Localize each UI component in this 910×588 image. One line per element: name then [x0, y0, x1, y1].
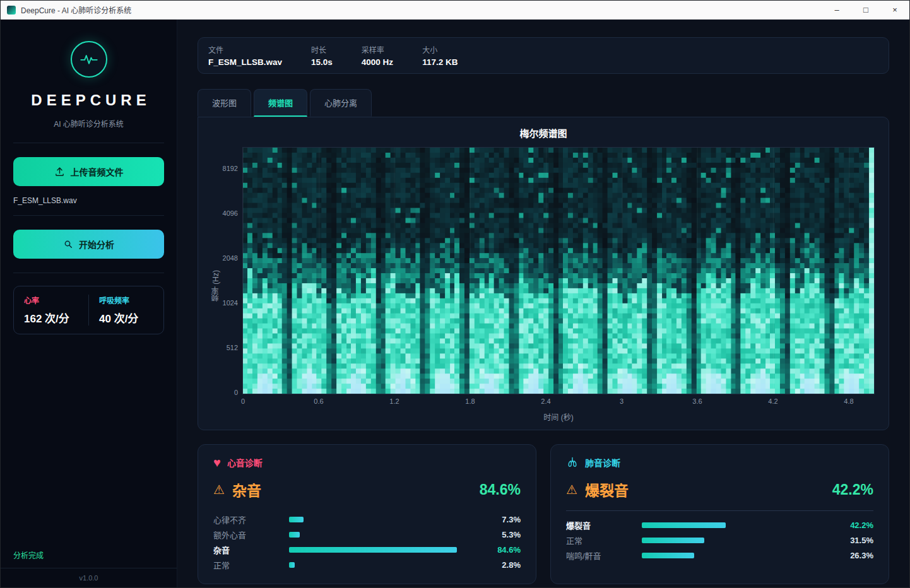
heart-diagnosis-rows: 心律不齐7.3%额外心音5.3%杂音84.6%正常2.8%	[213, 512, 521, 572]
diagnosis-row-label: 爆裂音	[566, 519, 642, 531]
diagnosis-bar	[642, 553, 694, 558]
lungs-icon	[566, 456, 579, 469]
lung-card-header: 肺音诊断	[566, 456, 873, 469]
file-info-label: 时长	[311, 44, 333, 55]
breath-rate-stat: 呼吸频率 40 次/分	[88, 295, 163, 326]
main-content: 文件F_ESM_LLSB.wav时长15.0s采样率4000 Hz大小117.2…	[177, 20, 909, 587]
diagnosis-row-label: 杂音	[213, 544, 289, 556]
diagnosis-row: 喘鸣/鼾音26.3%	[566, 548, 873, 563]
file-info-field: 时长15.0s	[311, 44, 333, 67]
lung-diagnosis-rows: 爆裂音42.2%正常31.5%喘鸣/鼾音26.3%	[566, 517, 873, 563]
diagnosis-row-value: 84.6%	[491, 545, 521, 555]
heart-card-header: ♥ 心音诊断	[213, 456, 521, 469]
file-info-value: 4000 Hz	[362, 57, 393, 67]
diagnosis-row: 爆裂音42.2%	[566, 517, 873, 532]
sidebar-spacer	[1, 334, 177, 550]
diagnosis-bar	[289, 547, 457, 553]
spectrogram-panel: 梅尔频谱图 频率 (Hz) 81924096204810245120 00.61…	[198, 117, 889, 430]
chart-title: 梅尔频谱图	[210, 126, 877, 139]
file-info-label: 大小	[422, 44, 458, 55]
diagnosis-row: 心律不齐7.3%	[213, 512, 521, 527]
x-axis-tick: 1.2	[389, 397, 399, 405]
sidebar: DEEPCURE AI 心肺听诊分析系统 上传音频文件 F_ESM_LLSB.w…	[1, 20, 177, 587]
breath-rate-label: 呼吸频率	[99, 295, 153, 305]
diagnosis-row-label: 正常	[566, 534, 642, 546]
uploaded-file-name: F_ESM_LLSB.wav	[13, 196, 164, 205]
diagnosis-row-value: 2.8%	[491, 560, 521, 570]
file-info-label: 文件	[208, 44, 282, 55]
x-axis-tick: 3	[620, 397, 623, 405]
diagnosis-row-label: 心律不齐	[213, 514, 289, 526]
warning-icon: ⚠	[213, 483, 225, 496]
y-axis-title: 频率 (Hz)	[210, 270, 221, 302]
window-controls: – □ ×	[822, 1, 909, 19]
lung-result-row: ⚠ 爆裂音 42.2%	[566, 479, 873, 500]
sidebar-divider	[13, 273, 164, 273]
x-axis-tick: 2.4	[541, 397, 550, 405]
file-info-label: 采样率	[362, 44, 393, 55]
diagnosis-row: 额外心音5.3%	[213, 527, 521, 542]
y-axis-tick: 4096	[223, 209, 238, 217]
diagnosis-bar-track	[289, 532, 491, 538]
heart-rate-label: 心率	[24, 295, 78, 305]
diagnosis-row-value: 5.3%	[491, 530, 521, 539]
lung-result-confidence: 42.2%	[832, 481, 873, 498]
diagnosis-row-label: 喘鸣/鼾音	[566, 550, 642, 562]
diagnosis-row: 正常2.8%	[213, 557, 521, 572]
x-axis-tick: 4.8	[844, 397, 853, 405]
analyze-button-label: 开始分析	[79, 238, 114, 250]
app-body: DEEPCURE AI 心肺听诊分析系统 上传音频文件 F_ESM_LLSB.w…	[1, 20, 909, 587]
app-version: v1.0.0	[1, 568, 177, 587]
diagnosis-bar	[642, 538, 704, 543]
sidebar-divider	[13, 215, 164, 216]
diagnosis-row-value: 42.2%	[844, 520, 873, 530]
heart-result-row: ⚠ 杂音 84.6%	[213, 479, 521, 500]
app-logo	[71, 41, 107, 78]
minimize-button[interactable]: –	[822, 1, 851, 19]
file-info-field: 文件F_ESM_LLSB.wav	[208, 44, 282, 67]
tab-heart-lung-separation[interactable]: 心肺分离	[310, 89, 372, 117]
diagnosis-bar	[289, 532, 300, 538]
diagnosis-bar	[289, 562, 295, 568]
start-analysis-button[interactable]: 开始分析	[13, 230, 164, 259]
diagnosis-row: 正常31.5%	[566, 532, 873, 548]
close-button[interactable]: ×	[880, 1, 909, 19]
y-axis-tick: 512	[227, 344, 238, 351]
lung-result-label: 爆裂音	[585, 479, 629, 500]
tab-spectrogram[interactable]: 频谱图	[254, 89, 307, 117]
vitals-card: 心率 162 次/分 呼吸频率 40 次/分	[13, 286, 164, 334]
diagnosis-bar-track	[289, 517, 491, 522]
diagnosis-row-value: 26.3%	[844, 551, 873, 560]
file-info-value: 15.0s	[311, 57, 333, 67]
tab-bar: 波形图频谱图心肺分离	[198, 89, 889, 117]
app-window: DeepCure - AI 心肺听诊分析系统 – □ × DEEPCURE AI…	[0, 0, 910, 588]
x-axis-tick: 0.6	[314, 397, 323, 405]
sidebar-divider	[13, 143, 164, 143]
diagnosis-bar	[642, 522, 726, 528]
tab-waveform[interactable]: 波形图	[198, 89, 251, 117]
diagnosis-row-label: 额外心音	[213, 529, 289, 541]
app-subtitle: AI 心肺听诊分析系统	[1, 118, 177, 143]
maximize-button[interactable]: □	[851, 1, 880, 19]
upload-audio-button[interactable]: 上传音频文件	[13, 157, 164, 186]
heart-diagnosis-card: ♥ 心音诊断 ⚠ 杂音 84.6% 心律不齐7.3%额外心音5.3%杂音84.6…	[198, 444, 536, 584]
app-name: DEEPCURE	[1, 91, 177, 109]
diagnosis-row-value: 7.3%	[491, 515, 521, 524]
y-axis-tick: 0	[234, 389, 238, 396]
upload-button-label: 上传音频文件	[71, 165, 124, 178]
file-info-field: 采样率4000 Hz	[362, 44, 393, 67]
x-axis-tick: 4.2	[768, 397, 777, 405]
heart-rate-value: 162 次/分	[24, 310, 78, 326]
chart-area: 频率 (Hz) 81924096204810245120 00.61.21.82…	[242, 147, 875, 425]
x-axis-title: 时间 (秒)	[242, 411, 875, 425]
diagnosis-bar-track	[642, 538, 844, 543]
file-info-value: F_ESM_LLSB.wav	[208, 57, 282, 67]
analysis-status: 分析完成	[13, 550, 164, 560]
diagnosis-row-value: 31.5%	[844, 536, 873, 545]
y-axis-tick: 1024	[223, 299, 238, 307]
x-axis-tick: 3.6	[692, 397, 702, 405]
y-axis-tick: 8192	[223, 165, 238, 172]
file-info-value: 117.2 KB	[422, 57, 458, 67]
x-axis-tick: 0	[241, 397, 245, 405]
diagnosis-bar	[289, 517, 304, 522]
